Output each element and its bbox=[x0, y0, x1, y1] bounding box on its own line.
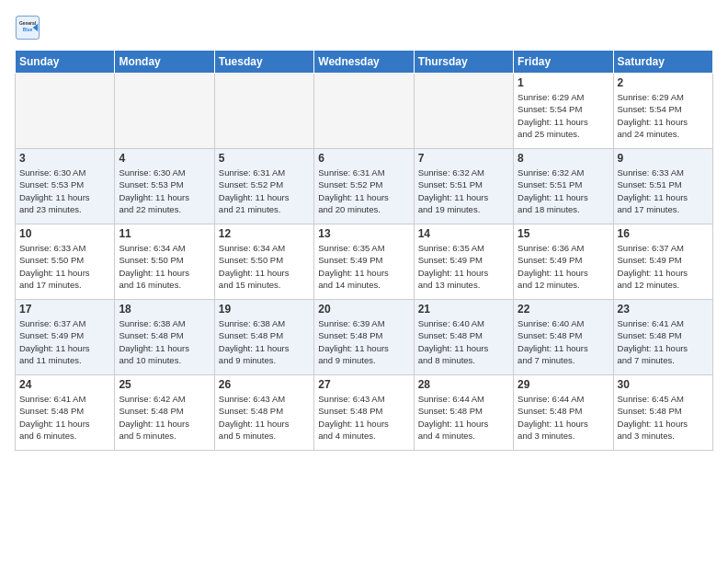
logo-icon: General Blue bbox=[15, 15, 40, 40]
svg-text:General: General bbox=[19, 21, 37, 26]
calendar-cell: 19Sunrise: 6:38 AM Sunset: 5:48 PM Dayli… bbox=[214, 300, 313, 375]
calendar-cell: 18Sunrise: 6:38 AM Sunset: 5:48 PM Dayli… bbox=[115, 300, 214, 375]
day-number: 1 bbox=[518, 76, 609, 89]
calendar-cell: 29Sunrise: 6:44 AM Sunset: 5:48 PM Dayli… bbox=[514, 375, 613, 451]
calendar-cell: 6Sunrise: 6:31 AM Sunset: 5:52 PM Daylig… bbox=[314, 149, 414, 224]
day-number: 27 bbox=[318, 378, 409, 391]
calendar-cell: 3Sunrise: 6:30 AM Sunset: 5:53 PM Daylig… bbox=[16, 149, 115, 224]
page-header: General Blue bbox=[15, 15, 713, 40]
header-thursday: Thursday bbox=[414, 51, 513, 74]
calendar-week-5: 24Sunrise: 6:41 AM Sunset: 5:48 PM Dayli… bbox=[16, 375, 713, 451]
calendar-cell bbox=[16, 74, 115, 149]
day-number: 13 bbox=[318, 227, 409, 240]
calendar-cell: 23Sunrise: 6:41 AM Sunset: 5:48 PM Dayli… bbox=[613, 300, 712, 375]
header-wednesday: Wednesday bbox=[314, 51, 414, 74]
day-info: Sunrise: 6:30 AM Sunset: 5:53 PM Dayligh… bbox=[19, 167, 110, 215]
day-number: 9 bbox=[618, 152, 709, 165]
calendar-cell: 11Sunrise: 6:34 AM Sunset: 5:50 PM Dayli… bbox=[115, 224, 214, 300]
header-saturday: Saturday bbox=[613, 51, 712, 74]
day-info: Sunrise: 6:44 AM Sunset: 5:48 PM Dayligh… bbox=[518, 393, 609, 442]
day-number: 23 bbox=[618, 303, 709, 316]
calendar-cell: 25Sunrise: 6:42 AM Sunset: 5:48 PM Dayli… bbox=[115, 375, 214, 451]
calendar-header-row: SundayMondayTuesdayWednesdayThursdayFrid… bbox=[16, 51, 713, 74]
calendar-cell bbox=[115, 74, 214, 149]
calendar-cell: 15Sunrise: 6:36 AM Sunset: 5:49 PM Dayli… bbox=[514, 224, 613, 300]
day-info: Sunrise: 6:38 AM Sunset: 5:48 PM Dayligh… bbox=[119, 317, 210, 366]
calendar-week-2: 3Sunrise: 6:30 AM Sunset: 5:53 PM Daylig… bbox=[16, 149, 713, 224]
calendar-cell: 13Sunrise: 6:35 AM Sunset: 5:49 PM Dayli… bbox=[314, 224, 414, 300]
day-number: 26 bbox=[219, 378, 310, 391]
svg-text:Blue: Blue bbox=[23, 28, 33, 32]
header-friday: Friday bbox=[514, 51, 613, 74]
calendar-cell: 30Sunrise: 6:45 AM Sunset: 5:48 PM Dayli… bbox=[613, 375, 712, 451]
day-number: 19 bbox=[219, 303, 310, 316]
day-info: Sunrise: 6:33 AM Sunset: 5:50 PM Dayligh… bbox=[19, 242, 110, 291]
day-number: 30 bbox=[618, 378, 709, 391]
calendar-cell bbox=[414, 74, 513, 149]
day-number: 17 bbox=[19, 303, 110, 316]
day-info: Sunrise: 6:38 AM Sunset: 5:48 PM Dayligh… bbox=[219, 317, 310, 366]
calendar-cell: 2Sunrise: 6:29 AM Sunset: 5:54 PM Daylig… bbox=[613, 74, 712, 149]
day-info: Sunrise: 6:45 AM Sunset: 5:48 PM Dayligh… bbox=[618, 393, 709, 442]
day-number: 24 bbox=[19, 378, 110, 391]
day-info: Sunrise: 6:44 AM Sunset: 5:48 PM Dayligh… bbox=[418, 393, 509, 442]
calendar-cell: 21Sunrise: 6:40 AM Sunset: 5:48 PM Dayli… bbox=[414, 300, 513, 375]
day-info: Sunrise: 6:41 AM Sunset: 5:48 PM Dayligh… bbox=[618, 317, 709, 366]
day-info: Sunrise: 6:31 AM Sunset: 5:52 PM Dayligh… bbox=[219, 167, 310, 215]
day-info: Sunrise: 6:36 AM Sunset: 5:49 PM Dayligh… bbox=[518, 242, 609, 291]
day-info: Sunrise: 6:39 AM Sunset: 5:48 PM Dayligh… bbox=[318, 317, 409, 366]
day-number: 25 bbox=[119, 378, 210, 391]
calendar-week-1: 1Sunrise: 6:29 AM Sunset: 5:54 PM Daylig… bbox=[16, 74, 713, 149]
calendar-cell: 14Sunrise: 6:35 AM Sunset: 5:49 PM Dayli… bbox=[414, 224, 513, 300]
day-info: Sunrise: 6:40 AM Sunset: 5:48 PM Dayligh… bbox=[418, 317, 509, 366]
header-monday: Monday bbox=[115, 51, 214, 74]
day-info: Sunrise: 6:42 AM Sunset: 5:48 PM Dayligh… bbox=[119, 393, 210, 442]
calendar-cell: 12Sunrise: 6:34 AM Sunset: 5:50 PM Dayli… bbox=[214, 224, 313, 300]
day-info: Sunrise: 6:34 AM Sunset: 5:50 PM Dayligh… bbox=[219, 242, 310, 291]
calendar-cell: 17Sunrise: 6:37 AM Sunset: 5:49 PM Dayli… bbox=[16, 300, 115, 375]
day-info: Sunrise: 6:33 AM Sunset: 5:51 PM Dayligh… bbox=[618, 167, 709, 215]
calendar-cell: 1Sunrise: 6:29 AM Sunset: 5:54 PM Daylig… bbox=[514, 74, 613, 149]
day-number: 12 bbox=[219, 227, 310, 240]
calendar-cell: 9Sunrise: 6:33 AM Sunset: 5:51 PM Daylig… bbox=[613, 149, 712, 224]
day-number: 3 bbox=[19, 152, 110, 165]
day-info: Sunrise: 6:43 AM Sunset: 5:48 PM Dayligh… bbox=[219, 393, 310, 442]
calendar-table: SundayMondayTuesdayWednesdayThursdayFrid… bbox=[15, 50, 713, 451]
calendar-cell: 5Sunrise: 6:31 AM Sunset: 5:52 PM Daylig… bbox=[214, 149, 313, 224]
day-number: 7 bbox=[418, 152, 509, 165]
day-number: 2 bbox=[618, 76, 709, 89]
day-info: Sunrise: 6:35 AM Sunset: 5:49 PM Dayligh… bbox=[318, 242, 409, 291]
day-number: 10 bbox=[19, 227, 110, 240]
day-number: 6 bbox=[318, 152, 409, 165]
day-number: 11 bbox=[119, 227, 210, 240]
day-number: 15 bbox=[518, 227, 609, 240]
calendar-cell bbox=[214, 74, 313, 149]
calendar-week-3: 10Sunrise: 6:33 AM Sunset: 5:50 PM Dayli… bbox=[16, 224, 713, 300]
day-number: 18 bbox=[119, 303, 210, 316]
calendar-cell: 16Sunrise: 6:37 AM Sunset: 5:49 PM Dayli… bbox=[613, 224, 712, 300]
day-number: 28 bbox=[418, 378, 509, 391]
logo: General Blue bbox=[15, 15, 40, 40]
calendar-cell: 7Sunrise: 6:32 AM Sunset: 5:51 PM Daylig… bbox=[414, 149, 513, 224]
day-info: Sunrise: 6:29 AM Sunset: 5:54 PM Dayligh… bbox=[518, 91, 609, 140]
day-info: Sunrise: 6:37 AM Sunset: 5:49 PM Dayligh… bbox=[618, 242, 709, 291]
calendar-cell: 24Sunrise: 6:41 AM Sunset: 5:48 PM Dayli… bbox=[16, 375, 115, 451]
day-number: 8 bbox=[518, 152, 609, 165]
day-info: Sunrise: 6:40 AM Sunset: 5:48 PM Dayligh… bbox=[518, 317, 609, 366]
calendar-cell: 20Sunrise: 6:39 AM Sunset: 5:48 PM Dayli… bbox=[314, 300, 414, 375]
day-info: Sunrise: 6:35 AM Sunset: 5:49 PM Dayligh… bbox=[418, 242, 509, 291]
day-info: Sunrise: 6:34 AM Sunset: 5:50 PM Dayligh… bbox=[119, 242, 210, 291]
calendar-cell bbox=[314, 74, 414, 149]
calendar-cell: 4Sunrise: 6:30 AM Sunset: 5:53 PM Daylig… bbox=[115, 149, 214, 224]
header-sunday: Sunday bbox=[16, 51, 115, 74]
calendar-cell: 22Sunrise: 6:40 AM Sunset: 5:48 PM Dayli… bbox=[514, 300, 613, 375]
calendar-cell: 28Sunrise: 6:44 AM Sunset: 5:48 PM Dayli… bbox=[414, 375, 513, 451]
day-info: Sunrise: 6:32 AM Sunset: 5:51 PM Dayligh… bbox=[518, 167, 609, 215]
day-number: 14 bbox=[418, 227, 509, 240]
day-number: 4 bbox=[119, 152, 210, 165]
day-number: 20 bbox=[318, 303, 409, 316]
day-info: Sunrise: 6:43 AM Sunset: 5:48 PM Dayligh… bbox=[318, 393, 409, 442]
day-number: 5 bbox=[219, 152, 310, 165]
header-tuesday: Tuesday bbox=[214, 51, 313, 74]
day-info: Sunrise: 6:31 AM Sunset: 5:52 PM Dayligh… bbox=[318, 167, 409, 215]
